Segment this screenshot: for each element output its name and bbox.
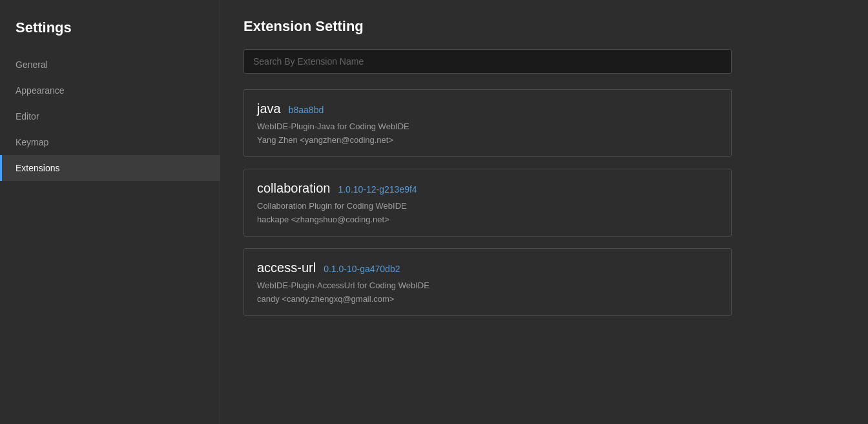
sidebar: Settings General Appearance Editor Keyma… bbox=[0, 0, 220, 424]
main-content: Extension Setting java b8aa8bd WebIDE-Pl… bbox=[220, 0, 868, 424]
extension-header: collaboration 1.0.10-12-g213e9f4 bbox=[257, 181, 718, 196]
sidebar-item-label: Extensions bbox=[16, 163, 59, 173]
page-title: Extension Setting bbox=[243, 18, 845, 35]
extension-description: WebIDE-Plugin-AccessUrl for Coding WebID… bbox=[257, 281, 718, 290]
sidebar-item-appearance[interactable]: Appearance bbox=[0, 78, 220, 103]
extension-author: candy <candy.zhengxq@gmail.com> bbox=[257, 294, 718, 304]
sidebar-item-label: Appearance bbox=[16, 85, 65, 96]
app-title: Settings bbox=[0, 13, 220, 52]
extension-name: java bbox=[257, 101, 281, 116]
extension-header: access-url 0.1.0-10-ga470db2 bbox=[257, 260, 718, 275]
extension-version: 0.1.0-10-ga470db2 bbox=[324, 264, 400, 274]
extension-name: access-url bbox=[257, 260, 316, 275]
extension-card-collaboration: collaboration 1.0.10-12-g213e9f4 Collabo… bbox=[243, 169, 732, 237]
sidebar-item-label: Editor bbox=[16, 111, 39, 122]
extension-version: b8aa8bd bbox=[289, 105, 324, 115]
extension-version: 1.0.10-12-g213e9f4 bbox=[338, 184, 417, 195]
sidebar-item-label: General bbox=[16, 59, 48, 70]
sidebar-item-extensions[interactable]: Extensions bbox=[0, 155, 220, 181]
extension-author: Yang Zhen <yangzhen@coding.net> bbox=[257, 135, 718, 145]
sidebar-item-editor[interactable]: Editor bbox=[0, 103, 220, 129]
sidebar-item-keymap[interactable]: Keymap bbox=[0, 129, 220, 155]
extension-card-access-url: access-url 0.1.0-10-ga470db2 WebIDE-Plug… bbox=[243, 248, 732, 316]
extension-card-java: java b8aa8bd WebIDE-Plugin-Java for Codi… bbox=[243, 89, 732, 157]
sidebar-item-label: Keymap bbox=[16, 137, 48, 147]
sidebar-item-general[interactable]: General bbox=[0, 52, 220, 78]
extension-name: collaboration bbox=[257, 181, 330, 196]
search-input[interactable] bbox=[243, 49, 732, 74]
extension-description: Collaboration Plugin for Coding WebIDE bbox=[257, 201, 718, 211]
extension-header: java b8aa8bd bbox=[257, 101, 718, 116]
extension-author: hackape <zhangshuo@coding.net> bbox=[257, 215, 718, 224]
extension-description: WebIDE-Plugin-Java for Coding WebIDE bbox=[257, 122, 718, 131]
